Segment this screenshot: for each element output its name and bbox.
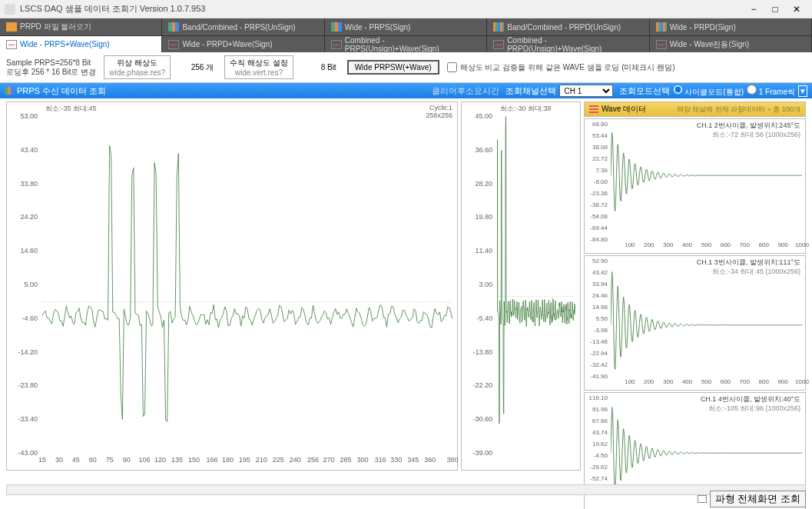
y-tick: 14.60 [20,247,38,254]
x-tick: 400 [682,378,692,385]
tab-tabs1-1[interactable]: Band/Combined - PRPS(UnSign) [162,18,324,35]
x-tick: 225 [273,456,284,464]
tab-label: Combined - PRPD(Unsign)+Wave(Sign) [507,36,642,53]
fullscreen-button[interactable]: 파형 전체화면 조회 [710,491,806,507]
tab-tabs1-4[interactable]: Wide - PRPD(Sign) [650,18,812,35]
minimize-button[interactable]: − [743,2,764,17]
maximize-button[interactable]: □ [764,2,786,17]
tab-label: Band/Combined - PRPD(UnSign) [507,23,621,32]
tabs-row-1: PRPD 파일 불러오기Band/Combined - PRPS(UnSign)… [0,18,812,35]
x-tick: 180 [222,456,234,464]
x-tick: 1000 [795,378,809,385]
y-tick: 5.50 [595,315,608,322]
tab-tabs2-2[interactable]: Combined - PRPS(Unsign)+Wave(Sign) [325,36,487,52]
wave-panel-0: CH.1 2번사이클, 발생위치:245°도최소:-72 최대:56 (1000… [584,118,806,254]
radio-frame[interactable]: 1 Frame씩 [747,85,795,98]
y-tick: -4.60 [22,314,38,322]
tabs-row-2: Wide - PRPS+Wave(Sign)Wide - PRPD+Wave(S… [0,35,812,52]
x-tick: 256 [307,456,319,464]
x-tick: 15 [38,456,46,464]
x-tick: 300 [356,456,368,464]
y-tick: 52.90 [592,258,608,264]
channel-select[interactable]: CH 1 [559,85,613,97]
x-tick: 75 [106,456,114,464]
section-header: PRPS 수신 데이터 조회 클리어후소요시간 조회채널선택 CH 1 조회모드… [0,83,812,98]
x-tick: 600 [721,378,731,385]
tab-label: Band/Combined - PRPS(UnSign) [182,23,295,32]
y-tick: 116.10 [589,394,608,401]
x-tick: 285 [340,456,351,464]
tab-icon [168,22,179,32]
tab-tabs2-1[interactable]: Wide - PRPD+Wave(Sign) [162,36,324,52]
y-tick: 43.42 [592,269,608,276]
y-tick: 53.00 [20,112,38,120]
x-tick: 45 [72,456,80,464]
x-tick: 270 [323,456,335,464]
y-tick: -23.80 [18,381,38,389]
y-tick: 7.36 [595,167,608,174]
tab-tabs1-0[interactable]: PRPD 파일 불러오기 [0,18,162,35]
x-tick: 300 [663,378,673,385]
tab-tabs2-0[interactable]: Wide - PRPS+Wave(Sign) [0,36,162,52]
tab-icon [168,40,179,49]
y-tick: 11.40 [475,247,492,254]
tab-label: Wide - PRPD+Wave(Sign) [182,40,272,48]
tab-label: Wide - Wave전용(Sign) [670,39,750,50]
x-tick: 210 [256,456,267,464]
y-tick: -13.80 [472,348,492,356]
horizontal-scrollbar[interactable] [6,484,806,495]
resolution-check[interactable]: 해상도 비교 검증을 위해 같은 WAVE 샘플 로딩 (미체크시 랜덤) [447,62,675,73]
y-tick: -69.44 [590,225,608,231]
x-tick: 600 [721,241,731,248]
x-tick: 106 [139,456,151,464]
x-tick: 800 [759,241,769,248]
bars-icon [5,87,14,95]
tab-label: Combined - PRPS(Unsign)+Wave(Sign) [345,36,480,53]
y-tick: 5.00 [24,281,38,288]
y-tick: 28.20 [475,180,492,188]
x-tick: 90 [123,456,131,464]
tab-tabs1-3[interactable]: Band/Combined - PRPD(UnSign) [487,18,649,35]
mode-button[interactable]: Wide PRPSW(+Wave) [347,60,439,75]
y-tick: -23.36 [590,190,608,197]
tab-icon [331,40,342,49]
y-tick: -43.00 [18,449,38,457]
x-tick: 500 [701,241,711,248]
tab-icon [493,40,504,49]
y-tick: 3.00 [479,281,492,288]
x-tick: 135 [171,456,183,464]
mode-label: 조회모드선택 [619,85,670,97]
resolution-checkbox[interactable] [447,62,457,72]
tab-label: PRPD 파일 불러오기 [20,22,91,32]
x-tick: 900 [777,241,787,248]
x-tick: 200 [644,241,654,248]
y-tick: -30.60 [472,415,492,423]
frame-stepper-icon[interactable]: ▾ [798,85,807,97]
x-tick: 30 [55,456,63,464]
tab-icon [656,40,667,49]
prps-chart-mid: 최소:-30 최대:38 45.0036.6028.2019.8011.403.… [461,101,581,471]
y-tick: 68.80 [592,121,608,128]
tab-icon [6,40,17,49]
x-tick: 60 [89,456,97,464]
titlebar: LSCS DAQ 샘플 데이터 조회기 Version 1.0.7.953 − … [0,0,812,18]
x-tick: 240 [290,456,301,464]
tab-label: Wide - PRPS+Wave(Sign) [20,40,110,48]
tab-tabs2-4[interactable]: Wide - Wave전용(Sign) [650,36,812,52]
tab-icon [331,22,342,32]
y-tick: -32.42 [590,361,608,368]
x-tick: 400 [682,241,692,248]
y-tick: -22.94 [590,350,608,357]
tab-label: Wide - PRPD(Sign) [670,23,736,32]
tab-tabs2-3[interactable]: Combined - PRPD(Unsign)+Wave(Sign) [487,36,649,52]
close-button[interactable]: ✕ [786,2,807,17]
section-title: PRPS 수신 데이터 조회 [17,85,106,97]
y-tick: 45.00 [475,112,492,120]
y-tick: 53.44 [592,132,608,139]
y-tick: 24.20 [20,213,38,221]
radio-cycle[interactable]: 사이클모드(통합) [673,85,744,98]
tab-tabs1-2[interactable]: Wide - PRPS(Sign) [325,18,487,35]
x-tick: 195 [239,456,250,464]
y-tick: 33.80 [20,180,38,188]
tab-label: Wide - PRPS(Sign) [345,23,411,32]
